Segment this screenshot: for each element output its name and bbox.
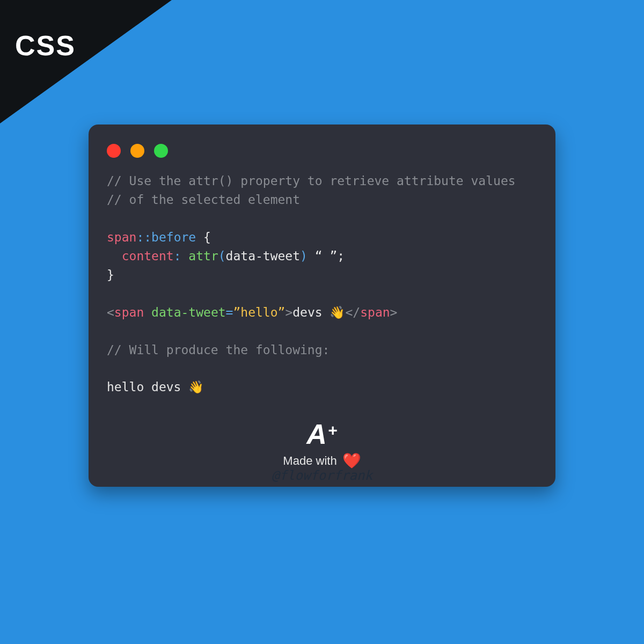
corner-badge-triangle: [0, 0, 172, 123]
code-output: hello devs 👋: [107, 380, 204, 394]
code-brace: }: [107, 268, 114, 282]
code-angle: >: [390, 305, 398, 319]
code-comment: // of the selected element: [107, 193, 300, 207]
minimize-icon[interactable]: [130, 144, 144, 158]
code-indent: [107, 249, 122, 263]
close-icon[interactable]: [107, 144, 121, 158]
code-colon: :: [174, 249, 189, 263]
code-window: // Use the attr() property to retrieve a…: [89, 125, 555, 487]
code-space: [144, 305, 151, 319]
code-eq: =: [226, 305, 233, 319]
code-tag: span: [360, 305, 390, 319]
code-tag: span: [114, 305, 144, 319]
made-with-text: Made with: [283, 454, 336, 468]
code-brace: {: [196, 230, 211, 244]
code-comment: // Use the attr() property to retrieve a…: [107, 174, 516, 188]
window-footer: A + Made with ❤️: [107, 420, 537, 469]
code-comment: // Will produce the following:: [107, 343, 330, 357]
code-paren: ): [300, 249, 308, 263]
code-attr-value: ”hello”: [233, 305, 285, 319]
code-string: “ ”;: [308, 249, 345, 263]
code-func: attr: [188, 249, 218, 263]
code-paren: (: [218, 249, 226, 263]
author-handle: @flowforfrank: [0, 468, 644, 483]
code-slash: /: [353, 305, 360, 319]
heart-icon: ❤️: [342, 453, 361, 469]
code-pseudo: before: [151, 230, 196, 244]
code-angle: <: [107, 305, 114, 319]
code-angle: <: [346, 305, 353, 319]
code-angle: >: [285, 305, 292, 319]
logo-plus-icon: +: [328, 421, 338, 439]
code-property: content: [122, 249, 174, 263]
corner-badge-label: CSS: [15, 30, 76, 62]
code-inner-text: devs 👋: [292, 305, 345, 319]
code-pseudo-sep: ::: [136, 230, 151, 244]
logo-letter: A: [306, 420, 325, 448]
traffic-lights: [107, 144, 537, 158]
made-with-label: Made with ❤️: [283, 453, 361, 469]
code-arg: data-tweet: [226, 249, 300, 263]
code-selector: span: [107, 230, 136, 244]
logo: A +: [306, 420, 337, 448]
maximize-icon[interactable]: [154, 144, 168, 158]
code-attr: data-tweet: [151, 305, 225, 319]
code-block: // Use the attr() property to retrieve a…: [107, 172, 537, 397]
